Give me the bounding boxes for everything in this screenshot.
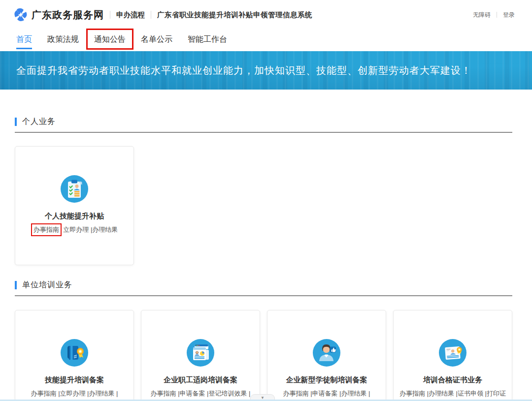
main-nav: 首页 政策法规 通知公告 名单公示 智能工作台 (0, 30, 532, 51)
main-content: 个人业务 个人技能提升补贴 办事指南 立即 (15, 116, 512, 401)
tab-notices-label: 通知公告 (94, 35, 126, 43)
section-accent-bar (15, 281, 17, 289)
gdzwfw-logo-icon (14, 8, 28, 22)
section-unit-title: 单位培训业务 (22, 280, 72, 290)
card-new-apprenticeship-filing[interactable]: 企业新型学徒制培训备案 办事指南 |申请备案 |办理结果 | 单位培训人员查询 (267, 310, 386, 401)
browser-piechart-icon (187, 339, 214, 367)
person-thumbsup-icon (313, 339, 340, 367)
card-title: 技能提升培训备案 (15, 375, 133, 385)
annotation-box-guide: 办事指南 (31, 223, 62, 236)
certificate-medal-icon (439, 339, 466, 367)
header-divider (497, 12, 497, 18)
header-divider (151, 11, 151, 19)
login-link[interactable]: 登录 (503, 11, 515, 19)
link-service-guide[interactable]: 办事指南 (33, 226, 59, 233)
section-divider (15, 295, 512, 296)
header-right: 无障碍 登录 (473, 11, 515, 19)
tab-notices[interactable]: 通知公告 (94, 30, 126, 51)
card-title: 培训合格证书业务 (394, 375, 512, 385)
card-personal-skill-subsidy[interactable]: 个人技能提升补贴 办事指南 立即办理 |办理结果 (15, 146, 134, 265)
page: 广东政务服务网 申办流程 广东省职业技能提升培训补贴申领管理信息系统 无障碍 登… (0, 0, 532, 401)
book-medal-icon (61, 339, 88, 367)
system-title: 广东省职业技能提升培训补贴申领管理信息系统 (157, 10, 312, 20)
unit-cards-row: 技能提升培训备案 办事指南 |立即办理 |办理结果 | 在培人员查询 |学员情况… (15, 310, 512, 401)
tab-home[interactable]: 首页 (16, 30, 32, 51)
top-header: 广东政务服务网 申办流程 广东省职业技能提升培训补贴申领管理信息系统 无障碍 登… (0, 0, 532, 30)
section-accent-bar (15, 118, 17, 126)
card-links: 办事指南 立即办理 |办理结果 (15, 224, 133, 235)
tab-public-lists[interactable]: 名单公示 (141, 30, 172, 51)
accessibility-link[interactable]: 无障碍 (473, 11, 491, 19)
header-divider (110, 11, 110, 19)
card-title: 个人技能提升补贴 (15, 212, 133, 221)
process-link[interactable]: 申办流程 (116, 10, 145, 20)
card-title: 企业职工适岗培训备案 (141, 375, 260, 385)
clipboard-checklist-icon (61, 175, 88, 203)
section-divider (15, 132, 512, 133)
section-unit-header: 单位培训业务 (15, 279, 512, 291)
card-skill-training-filing[interactable]: 技能提升培训备案 办事指南 |立即办理 |办理结果 | 在培人员查询 |学员情况… (15, 310, 134, 401)
tab-smart-workbench[interactable]: 智能工作台 (188, 30, 227, 51)
card-title: 企业新型学徒制培训备案 (267, 375, 386, 385)
card-certificate-services[interactable]: 培训合格证书业务 办事指南 |办理结果 |证书申领 |打印证书 | 培训人员查询 (393, 310, 512, 401)
section-personal-header: 个人业务 (15, 116, 512, 127)
banner-slogan: 全面提升我省劳动者职业技能水平和就业创业能力，加快知识型、技能型、创新型劳动者大… (0, 64, 471, 77)
tab-policies[interactable]: 政策法规 (47, 30, 79, 51)
links-rest[interactable]: 立即办理 |办理结果 (62, 226, 118, 233)
site-name[interactable]: 广东政务服务网 (32, 8, 104, 22)
section-personal-title: 个人业务 (22, 117, 56, 127)
card-employee-adaptation-filing[interactable]: 企业职工适岗培训备案 办事指南 |申请备案 |登记培训效果 | 办理结果 |单位… (141, 310, 260, 401)
hero-banner: 全面提升我省劳动者职业技能水平和就业创业能力，加快知识型、技能型、创新型劳动者大… (0, 51, 532, 90)
